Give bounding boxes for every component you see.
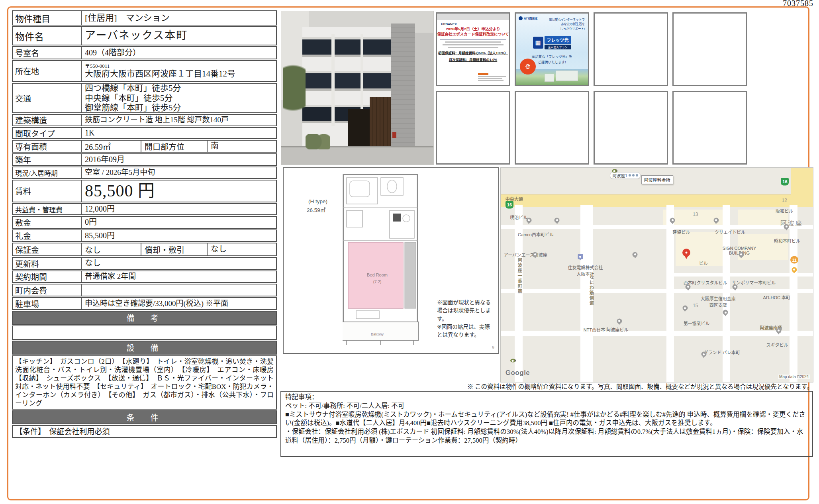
row-value: 鉄筋コンクリート造 地上15階 総戸数140戸 — [82, 115, 276, 126]
fine-print-line — [478, 78, 502, 79]
floorplan-area-label: 26.59㎡ — [307, 206, 325, 214]
map-copyright: Map data ©2024 — [778, 375, 810, 379]
map-label: スギタビル — [766, 341, 788, 348]
flets-badge-sub: 全戸加入プラン — [545, 45, 571, 49]
row-label: 礼金 — [13, 230, 82, 241]
tree — [283, 63, 306, 125]
map-label: ビル — [699, 260, 708, 266]
row-value: アーバネックス本町 — [82, 27, 276, 45]
notes-line: ・保証会社：保証会社利用必須 (株)エポスカード 初回保証料: 月額総賃料の30… — [285, 428, 808, 445]
table-row-layout-type: 間取タイプ 1K — [12, 127, 277, 139]
table-row-common-fee: 共益費・管理費 12,000円 — [12, 203, 277, 215]
map-pin — [723, 310, 728, 315]
table-row-transport: 交通 四つ橋線「本町」徒歩5分 中央線「本町」徒歩5分 御堂筋線「本町」徒歩5分 — [12, 83, 277, 113]
map-pin — [533, 252, 538, 257]
special-notes-block: 特記事項： ペット: 不可/事務所: 不可/二人入居: 不可 ■ミストサウナ付浴… — [280, 391, 813, 457]
bus-stop-name: 阿波座1 — [612, 173, 627, 178]
map-pin — [682, 249, 690, 257]
equipment-band: 設 備 — [12, 341, 277, 355]
row-label: 物件名 — [13, 27, 82, 45]
pavement — [281, 146, 433, 165]
table-row-guarantee-money: 保証金 なし 償却・敷引 なし — [12, 243, 277, 256]
map-panel[interactable]: 阿波座1 阿波座料金所 中央大通明治ビルCamco西本町ビルアーバンエース阿波座… — [500, 167, 813, 382]
notice-title-line1: 2026年5月2日（土）申込分より — [437, 27, 509, 32]
map-road — [501, 331, 813, 336]
row-label-2: 償却・敷引 — [141, 243, 208, 255]
row-label: 町内会費 — [13, 284, 82, 296]
table-row-property-name: 物件名 アーバネックス本町 — [12, 26, 277, 45]
table-row-area: 専有面積 26.59㎡ 開口部方位 南 — [12, 140, 277, 153]
route-shield: 16 — [506, 201, 513, 208]
flets-tagline: 高品質なインターネットで あなたの新生活を しっかりサポート! — [549, 18, 585, 31]
rent-amount: 85,500 円 — [82, 180, 276, 202]
map-pin — [633, 252, 638, 257]
row-label: 現況/入居時期 — [13, 167, 82, 178]
map-pin — [612, 169, 617, 173]
property-table: 物件種目 [住居用] マンション 物件名 アーバネックス本町 号室名 409（4… — [12, 10, 277, 439]
conditions-text: 【条件】 保証会社利用必須 — [12, 425, 277, 438]
map-label: アーバンエース阿波座 — [504, 251, 547, 258]
condo-shape — [556, 71, 578, 81]
thumbnail-placeholder — [594, 91, 668, 165]
map-pin — [739, 252, 744, 257]
bus-icon — [629, 174, 631, 176]
company-logo — [478, 73, 488, 75]
ntt-logo-text: NTT西日本 — [524, 16, 538, 20]
map-road — [790, 205, 797, 382]
notice-flyer: URBANEX 2026年5月2日（土）申込分より 保証会社エポスカード保証料改… — [436, 12, 510, 86]
map-pin — [578, 254, 583, 259]
red-post — [392, 132, 396, 138]
building-icon: ▦ — [533, 37, 543, 49]
map-pin — [792, 267, 797, 272]
map-pin — [617, 318, 622, 324]
map-label: AD-HOC 本町 — [763, 294, 790, 300]
row-label: 号室名 — [13, 47, 82, 59]
map-label: NTT西日本 阿波座ビル — [584, 326, 628, 333]
table-row-status: 現況/入居時期 空室 / 2026年5月中旬 — [12, 167, 277, 179]
table-row-renewal-fee: 更新料 なし — [12, 257, 277, 270]
thumbnail-placeholder — [515, 91, 589, 165]
fine-print-line — [478, 76, 506, 77]
remarks-box — [12, 326, 277, 340]
bus-icon — [632, 174, 635, 176]
map-road — [501, 289, 813, 293]
notice-point1: 初回保証料：月額総賃料の50%（法人100%） — [437, 50, 509, 55]
table-row-property-type: 物件種目 [住居用] マンション — [12, 10, 277, 25]
map-pin — [510, 359, 516, 363]
map-pin — [733, 284, 738, 289]
flyer-header-band — [437, 14, 509, 20]
map-label: なにわ筋側道 — [588, 275, 595, 306]
table-row-parking: 駐車場 申込時は空き確認要/33,000円(税込) ※平面 — [12, 297, 277, 310]
row-value: 409（4階部分） — [82, 47, 276, 59]
divider — [440, 39, 506, 39]
table-row-key-money: 礼金 85,500円 — [12, 229, 277, 242]
urbanex-logo: URBANEX — [441, 22, 509, 26]
row-label: 専有面積 — [13, 141, 82, 152]
map-label: 13 — [693, 212, 698, 217]
route-shield: 16 — [781, 178, 789, 185]
row-label: 賃料 — [13, 180, 82, 202]
map-label: クリエイトビル — [715, 229, 745, 235]
map-pin — [784, 224, 789, 229]
row-value-2: 南 — [208, 141, 276, 152]
table-row-built-year: 築年 2016年09月 — [12, 153, 277, 166]
map-pin — [713, 218, 719, 223]
row-value: 申込時は空き確認要/33,000円(税込) ※平面 — [82, 298, 276, 309]
row-value: 85,500円 — [82, 230, 276, 241]
speed-badge: 1Gbps — [520, 59, 536, 75]
map-pin — [686, 284, 691, 289]
row-label-2: 開口部方位 — [141, 141, 208, 152]
map-label: 建協ビル — [672, 229, 690, 235]
map-label: 15 — [693, 303, 698, 308]
equipment-text: 【キッチン】 ガスコンロ（2口） 【水廻り】 トイレ・浴室乾燥機・追い焚き・洗髪… — [12, 355, 277, 410]
notice-title-line2: 保証会社エポスカード保証料改定について — [437, 32, 509, 37]
ntt-logo: NTT西日本 — [519, 16, 538, 20]
balcony-label: Balcony — [351, 332, 403, 337]
row-value: [住居用] マンション — [82, 11, 276, 25]
row-value: 四つ橋線「本町」徒歩5分 中央線「本町」徒歩5分 御堂筋線「本町」徒歩5分 — [82, 84, 276, 112]
map-main-road — [501, 194, 813, 207]
bedroom-label: Bed Room — [351, 272, 403, 278]
table-row-room-number: 号室名 409（4階部分） — [12, 46, 277, 59]
floorplan-drawing — [343, 174, 422, 349]
row-label: 建築構造 — [13, 115, 82, 126]
